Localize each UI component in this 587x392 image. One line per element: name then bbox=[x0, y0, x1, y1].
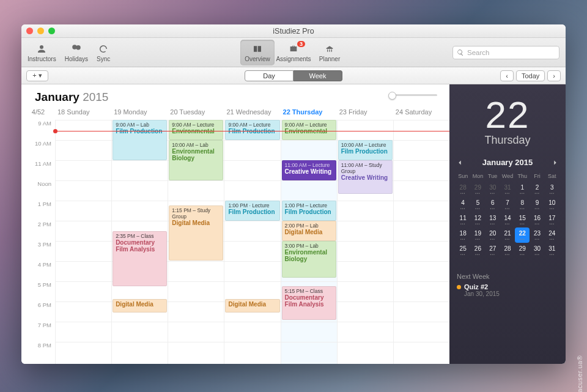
mini-day[interactable]: 3••• bbox=[545, 182, 559, 197]
event[interactable]: 10:00 AM – LectureFilm Production bbox=[338, 140, 393, 160]
day-column[interactable]: 9:00 AM – LectureEnvironmental11:00 AM –… bbox=[281, 120, 337, 364]
zoom-slider[interactable] bbox=[388, 94, 437, 96]
mini-day[interactable]: 4••• bbox=[456, 197, 470, 212]
mini-day[interactable]: 8••• bbox=[515, 197, 530, 212]
search-icon bbox=[457, 49, 464, 56]
minimize-icon[interactable] bbox=[37, 28, 44, 34]
event[interactable]: 1:00 PM · LectureFilm Production bbox=[225, 201, 279, 221]
prev-button[interactable]: ‹ bbox=[500, 70, 514, 81]
week-segment[interactable]: Week bbox=[294, 70, 342, 81]
mini-day[interactable]: 10••• bbox=[545, 197, 559, 212]
mini-day[interactable]: 11••• bbox=[456, 212, 470, 227]
event[interactable]: 1:00 PM – LectureFilm Production bbox=[282, 201, 336, 221]
day-column[interactable]: 10:00 AM – LectureFilm Production11:00 A… bbox=[337, 120, 393, 364]
book-icon bbox=[251, 43, 264, 55]
day-column[interactable]: 9:00 AM – LectureFilm Production1:00 PM … bbox=[224, 120, 280, 364]
event[interactable]: 9:00 AM – LectureEnvironmental bbox=[282, 120, 336, 140]
mini-day[interactable]: 28••• bbox=[456, 182, 470, 197]
add-button[interactable]: + ▾ bbox=[26, 70, 48, 81]
day-header[interactable]: 21 Wednesday bbox=[224, 106, 280, 120]
mini-day[interactable]: 29••• bbox=[470, 182, 485, 197]
search-input[interactable]: Search bbox=[452, 46, 559, 59]
event[interactable]: 2:00 PM – LabDigital Media bbox=[282, 221, 336, 241]
mini-day[interactable]: 31••• bbox=[500, 182, 515, 197]
mini-day[interactable]: 2••• bbox=[530, 182, 544, 197]
holidays-button[interactable]: Holidays bbox=[65, 43, 88, 62]
app-title: iStudiez Pro bbox=[273, 27, 314, 35]
assignments-tab[interactable]: 3 Assignments bbox=[276, 40, 311, 65]
today-button[interactable]: Today bbox=[516, 70, 545, 81]
mini-day[interactable]: 27••• bbox=[485, 243, 500, 258]
mini-day[interactable]: 19••• bbox=[470, 227, 485, 243]
mini-day[interactable]: 5••• bbox=[470, 197, 485, 212]
maximize-icon[interactable] bbox=[48, 28, 55, 34]
mini-day[interactable]: 24••• bbox=[545, 227, 559, 243]
dot-icon bbox=[457, 285, 461, 289]
event[interactable]: Digital Media bbox=[113, 299, 167, 312]
event[interactable]: 9:00 AM – LabFilm Production bbox=[113, 120, 167, 160]
day-header[interactable]: 22 Thursday bbox=[281, 106, 337, 120]
event[interactable]: 9:00 AM – LectureEnvironmental bbox=[169, 120, 223, 140]
day-header[interactable]: 20 Tuesday bbox=[168, 106, 224, 120]
mini-day[interactable]: 30••• bbox=[530, 243, 544, 258]
event[interactable]: 1:15 PM – Study GroupDigital Media bbox=[169, 205, 223, 261]
day-header[interactable]: 18 Sunday bbox=[55, 106, 111, 120]
mini-day[interactable]: 23••• bbox=[530, 227, 544, 243]
event[interactable]: Digital Media bbox=[225, 299, 279, 312]
mini-day[interactable]: 7••• bbox=[500, 197, 515, 212]
mini-day[interactable]: 15••• bbox=[515, 212, 530, 227]
mini-day[interactable]: 28••• bbox=[500, 243, 515, 258]
big-weekday: Thursday bbox=[484, 134, 530, 147]
mini-day[interactable]: 17••• bbox=[545, 212, 559, 227]
day-column[interactable]: 9:00 AM – LabFilm Production2:35 PM – Cl… bbox=[111, 120, 168, 364]
day-column[interactable] bbox=[393, 120, 449, 364]
mini-day[interactable]: 26••• bbox=[470, 243, 485, 258]
event[interactable]: 9:00 AM – LectureFilm Production bbox=[225, 120, 279, 140]
event[interactable]: 3:00 PM – LabEnvironmental Biology bbox=[282, 241, 336, 278]
event[interactable]: 10:00 AM – LabEnvironmental Biology bbox=[169, 140, 223, 180]
sync-button[interactable]: Sync bbox=[97, 43, 110, 62]
mini-day[interactable]: 20••• bbox=[485, 227, 500, 243]
calendar-area: January 2015 4/52 18 Sunday19 Monday20 T… bbox=[21, 84, 449, 364]
mini-day[interactable]: 25••• bbox=[456, 243, 470, 258]
mini-day[interactable]: 29••• bbox=[515, 243, 530, 258]
day-header[interactable]: 24 Saturday bbox=[393, 106, 449, 120]
event[interactable]: 11:00 AM – LectureCreative Writing bbox=[282, 160, 336, 180]
upcoming-item[interactable]: Quiz #2 bbox=[457, 283, 558, 290]
mini-day[interactable]: 18••• bbox=[456, 227, 470, 243]
mini-day[interactable]: 12••• bbox=[470, 212, 485, 227]
mini-day[interactable]: 31••• bbox=[545, 243, 559, 258]
mini-day[interactable]: 30••• bbox=[485, 182, 500, 197]
close-icon[interactable] bbox=[26, 28, 33, 34]
planner-tab[interactable]: Planner bbox=[312, 40, 347, 65]
assignments-badge: 3 bbox=[297, 41, 305, 47]
next-button[interactable]: › bbox=[547, 70, 561, 81]
mini-day[interactable]: 6••• bbox=[485, 197, 500, 212]
mini-day[interactable]: 14••• bbox=[500, 212, 515, 227]
sidebar: 22 Thursday January 2015 SunMonTueWedThu… bbox=[449, 84, 566, 364]
building-icon bbox=[323, 43, 336, 55]
day-column[interactable] bbox=[55, 120, 111, 364]
mini-day[interactable]: 13••• bbox=[485, 212, 500, 227]
day-header[interactable]: 19 Monday bbox=[111, 106, 168, 120]
mini-next-icon[interactable] bbox=[551, 158, 559, 167]
mini-day[interactable]: 9••• bbox=[530, 197, 544, 212]
mini-prev-icon[interactable] bbox=[456, 158, 464, 167]
overview-tab[interactable]: Overview bbox=[240, 40, 275, 65]
day-header[interactable]: 23 Friday bbox=[337, 106, 393, 120]
app-window: iStudiez Pro Instructors Holidays Sync O… bbox=[21, 24, 566, 364]
person-icon bbox=[35, 43, 48, 55]
mini-day[interactable]: 1••• bbox=[515, 182, 530, 197]
big-day-number: 22 bbox=[485, 93, 530, 136]
day-column[interactable]: 9:00 AM – LectureEnvironmental10:00 AM –… bbox=[168, 120, 224, 364]
event[interactable]: 2:35 PM – ClassDocumentary Film Analysis bbox=[113, 231, 167, 286]
event[interactable]: 5:15 PM – ClassDocumentary Film Analysis bbox=[282, 286, 336, 320]
event[interactable]: 11:00 AM – Study GroupCreative Writing bbox=[338, 160, 393, 194]
mini-title: January 2015 bbox=[464, 158, 551, 167]
instructors-button[interactable]: Instructors bbox=[28, 43, 56, 62]
mini-day[interactable]: 22••• bbox=[515, 227, 530, 243]
upcoming-date: Jan 30, 2015 bbox=[464, 290, 558, 297]
mini-day[interactable]: 16••• bbox=[530, 212, 544, 227]
day-segment[interactable]: Day bbox=[245, 70, 294, 81]
mini-day[interactable]: 21••• bbox=[500, 227, 515, 243]
